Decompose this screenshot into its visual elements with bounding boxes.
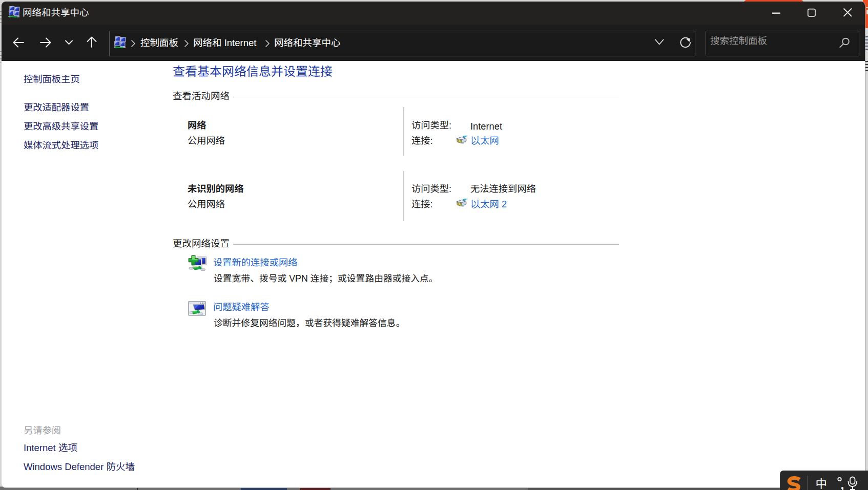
svg-text:中: 中 xyxy=(816,475,828,490)
svg-text:,: , xyxy=(841,477,844,490)
